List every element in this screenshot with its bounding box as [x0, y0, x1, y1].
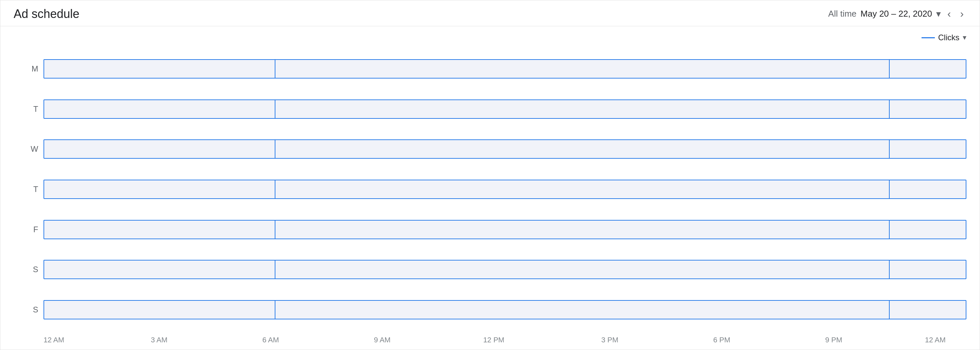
day-label-t2: T [27, 185, 43, 194]
next-button[interactable]: › [958, 6, 966, 21]
day-row-thursday: T [27, 176, 966, 203]
legend-clicks-label: Clicks [938, 33, 959, 42]
bar-divider-10pm-wed [889, 140, 889, 158]
day-row-tuesday: T [27, 96, 966, 122]
day-row-sunday: S [27, 296, 966, 323]
bar-divider-10pm-fri [889, 221, 889, 238]
x-tick-9am: 9 AM [374, 336, 391, 344]
day-label-w: W [27, 144, 43, 154]
prev-button[interactable]: ‹ [945, 6, 954, 21]
day-bar-tuesday [43, 99, 966, 119]
chart-area: M T W [0, 46, 980, 350]
header: Ad schedule All time May 20 – 22, 2020 ▾… [0, 0, 980, 26]
day-row-monday: M [27, 56, 966, 82]
chart-legend-row: Clicks ▾ [0, 26, 980, 46]
x-tick-12am-end: 12 AM [925, 336, 945, 344]
day-bar-wednesday [43, 139, 966, 159]
day-bar-friday [43, 220, 966, 239]
day-bar-monday [43, 59, 966, 78]
bar-divider-10pm-sun [889, 301, 889, 319]
x-tick-6am: 6 AM [262, 336, 279, 344]
date-range: May 20 – 22, 2020 [861, 9, 932, 19]
day-label-f: F [27, 225, 43, 234]
daterange-dropdown-icon[interactable]: ▾ [936, 8, 941, 19]
x-tick-3am: 3 AM [151, 336, 167, 344]
day-label-s2: S [27, 305, 43, 315]
day-row-saturday: S [27, 256, 966, 283]
bar-divider-6am-tue [275, 100, 275, 118]
rows-area: M T W [27, 49, 966, 333]
day-row-friday: F [27, 216, 966, 243]
x-tick-3pm: 3 PM [601, 336, 618, 344]
day-label-s1: S [27, 265, 43, 274]
bar-divider-6am-wed [275, 140, 275, 158]
legend-dropdown-icon[interactable]: ▾ [963, 33, 966, 42]
legend-line-clicks [921, 37, 935, 38]
bar-divider-6am-mon [275, 60, 275, 78]
page-title: Ad schedule [14, 7, 80, 21]
day-bar-thursday [43, 180, 966, 199]
x-tick-12am-start: 12 AM [43, 336, 64, 344]
bar-divider-10pm-thu [889, 180, 889, 198]
x-tick-9pm: 9 PM [825, 336, 842, 344]
header-controls: All time May 20 – 22, 2020 ▾ ‹ › [828, 6, 966, 21]
x-axis-labels: 12 AM 3 AM 6 AM 9 AM 12 PM 3 PM 6 PM 9 P… [43, 336, 966, 344]
day-label-m: M [27, 64, 43, 74]
alltime-label: All time [828, 9, 856, 19]
legend-clicks[interactable]: Clicks ▾ [921, 33, 966, 42]
bar-divider-10pm-sat [889, 261, 889, 278]
bar-divider-6am-fri [275, 221, 275, 238]
x-axis: 12 AM 3 AM 6 AM 9 AM 12 PM 3 PM 6 PM 9 P… [27, 333, 966, 350]
day-bar-saturday [43, 260, 966, 279]
grid-container: M T W [27, 49, 966, 350]
bar-divider-10pm-tue [889, 100, 889, 118]
x-tick-12pm: 12 PM [484, 336, 504, 344]
day-row-wednesday: W [27, 136, 966, 162]
bar-divider-6am-sat [275, 261, 275, 278]
bar-divider-6am-thu [275, 180, 275, 198]
day-label-t1: T [27, 104, 43, 114]
prev-icon: ‹ [947, 8, 951, 20]
ad-schedule-container: Ad schedule All time May 20 – 22, 2020 ▾… [0, 0, 980, 350]
x-tick-6pm: 6 PM [713, 336, 730, 344]
day-bar-sunday [43, 300, 966, 320]
bar-divider-6am-sun [275, 301, 275, 319]
next-icon: › [960, 8, 964, 20]
bar-divider-10pm-mon [889, 60, 889, 78]
